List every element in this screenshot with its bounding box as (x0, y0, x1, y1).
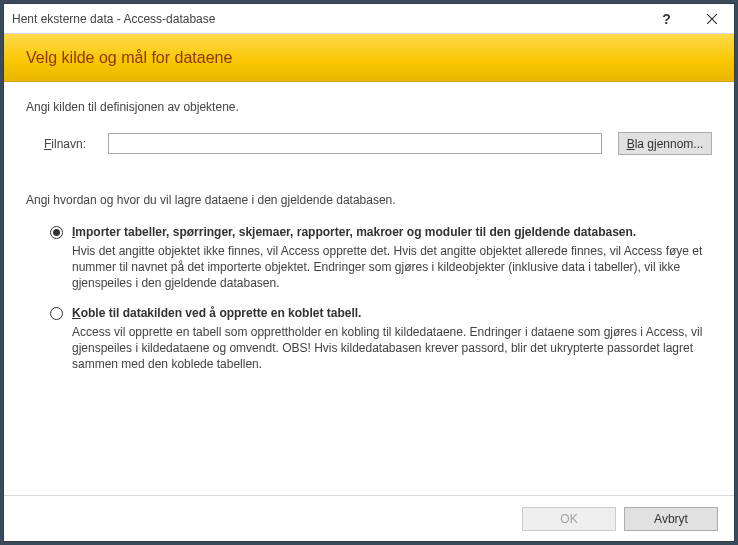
help-button[interactable]: ? (644, 4, 689, 34)
option-import-desc: Hvis det angitte objektet ikke finnes, v… (72, 243, 712, 292)
option-import-title: Importer tabeller, spørringer, skjemaer,… (72, 225, 712, 239)
radio-link[interactable] (50, 307, 63, 320)
cancel-button[interactable]: Avbryt (624, 507, 718, 531)
instruction-source: Angi kilden til definisjonen av objekten… (26, 100, 712, 114)
titlebar: Hent eksterne data - Access-database ? (4, 4, 734, 34)
option-import[interactable]: Importer tabeller, spørringer, skjemaer,… (50, 225, 712, 292)
dialog-window: Hent eksterne data - Access-database ? V… (3, 3, 735, 542)
options-group: Importer tabeller, spørringer, skjemaer,… (26, 225, 712, 372)
filename-label: Filnavn: (44, 137, 100, 151)
option-link-title: Koble til datakilden ved å opprette en k… (72, 306, 712, 320)
radio-import[interactable] (50, 226, 63, 239)
dialog-footer: OK Avbryt (4, 495, 734, 541)
filename-row: Filnavn: Bla gjennom... (26, 132, 712, 155)
window-title: Hent eksterne data - Access-database (12, 12, 644, 26)
close-icon (707, 14, 717, 24)
option-link-desc: Access vil opprette en tabell som oppret… (72, 324, 712, 373)
option-link[interactable]: Koble til datakilden ved å opprette en k… (50, 306, 712, 373)
banner-title: Velg kilde og mål for dataene (26, 49, 232, 67)
close-button[interactable] (689, 4, 734, 34)
content-area: Angi kilden til definisjonen av objekten… (4, 82, 734, 495)
instruction-store: Angi hvordan og hvor du vil lagre dataen… (26, 193, 712, 207)
browse-button[interactable]: Bla gjennom... (618, 132, 712, 155)
ok-button[interactable]: OK (522, 507, 616, 531)
banner: Velg kilde og mål for dataene (4, 34, 734, 82)
filename-input[interactable] (108, 133, 602, 154)
